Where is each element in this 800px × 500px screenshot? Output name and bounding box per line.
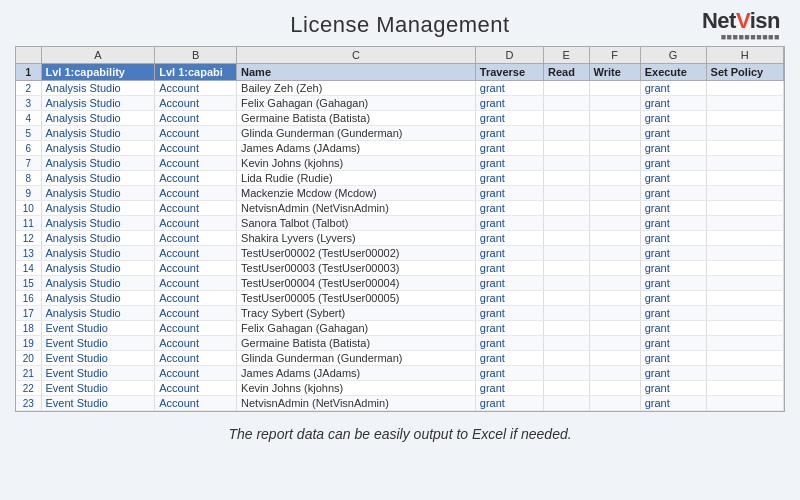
- cell-execute: grant: [640, 366, 706, 381]
- cell-write: [589, 366, 640, 381]
- cell-read: [544, 381, 589, 396]
- cell-account: Account: [155, 321, 237, 336]
- cell-capability: Analysis Studio: [41, 246, 155, 261]
- cell-capability: Event Studio: [41, 396, 155, 411]
- header-execute: Execute: [640, 64, 706, 81]
- table-row: 22Event StudioAccountKevin Johns (kjohns…: [16, 381, 784, 396]
- table-row: 21Event StudioAccountJames Adams (JAdams…: [16, 366, 784, 381]
- row-num-11: 11: [16, 216, 41, 231]
- table-row: 15Analysis StudioAccountTestUser00004 (T…: [16, 276, 784, 291]
- cell-read: [544, 321, 589, 336]
- cell-write: [589, 231, 640, 246]
- table-row: 7Analysis StudioAccountKevin Johns (kjoh…: [16, 156, 784, 171]
- cell-read: [544, 291, 589, 306]
- cell-write: [589, 336, 640, 351]
- data-table: A B C D E F G H 1 Lvl 1:capability Lvl 1…: [16, 47, 784, 411]
- cell-set-policy: [706, 96, 783, 111]
- cell-traverse: grant: [475, 111, 543, 126]
- cell-write: [589, 321, 640, 336]
- cell-name: James Adams (JAdams): [237, 366, 476, 381]
- cell-set-policy: [706, 111, 783, 126]
- col-letter-d: D: [475, 47, 543, 64]
- table-row: 16Analysis StudioAccountTestUser00005 (T…: [16, 291, 784, 306]
- cell-write: [589, 351, 640, 366]
- cell-set-policy: [706, 366, 783, 381]
- cell-write: [589, 141, 640, 156]
- logo-v-highlight: V: [736, 8, 750, 33]
- cell-execute: grant: [640, 321, 706, 336]
- cell-execute: grant: [640, 231, 706, 246]
- cell-traverse: grant: [475, 246, 543, 261]
- row-num-15: 15: [16, 276, 41, 291]
- cell-set-policy: [706, 396, 783, 411]
- cell-name: James Adams (JAdams): [237, 141, 476, 156]
- cell-account: Account: [155, 81, 237, 96]
- cell-write: [589, 81, 640, 96]
- row-num-3: 3: [16, 96, 41, 111]
- cell-traverse: grant: [475, 261, 543, 276]
- cell-set-policy: [706, 306, 783, 321]
- row-num-17: 17: [16, 306, 41, 321]
- cell-set-policy: [706, 261, 783, 276]
- page-header: License Management NetVisn ■■■■■■■■■■: [0, 0, 800, 44]
- cell-name: NetvisnAdmin (NetVisnAdmin): [237, 396, 476, 411]
- cell-set-policy: [706, 81, 783, 96]
- header-write: Write: [589, 64, 640, 81]
- cell-write: [589, 261, 640, 276]
- cell-name: Sanora Talbot (Talbot): [237, 216, 476, 231]
- cell-name: Felix Gahagan (Gahagan): [237, 96, 476, 111]
- cell-capability: Event Studio: [41, 381, 155, 396]
- cell-account: Account: [155, 111, 237, 126]
- cell-name: TestUser00004 (TestUser00004): [237, 276, 476, 291]
- data-header-row: 1 Lvl 1:capability Lvl 1:capabi Name Tra…: [16, 64, 784, 81]
- logo: NetVisn ■■■■■■■■■■: [702, 8, 780, 42]
- cell-set-policy: [706, 186, 783, 201]
- cell-name: Kevin Johns (kjohns): [237, 156, 476, 171]
- table-row: 23Event StudioAccountNetvisnAdmin (NetVi…: [16, 396, 784, 411]
- cell-capability: Analysis Studio: [41, 186, 155, 201]
- cell-account: Account: [155, 216, 237, 231]
- logo-text: NetVisn: [702, 8, 780, 33]
- cell-read: [544, 111, 589, 126]
- row-num-2: 2: [16, 81, 41, 96]
- cell-set-policy: [706, 156, 783, 171]
- cell-write: [589, 396, 640, 411]
- cell-name: Glinda Gunderman (Gunderman): [237, 126, 476, 141]
- cell-write: [589, 171, 640, 186]
- cell-traverse: grant: [475, 381, 543, 396]
- cell-account: Account: [155, 306, 237, 321]
- cell-read: [544, 366, 589, 381]
- cell-read: [544, 156, 589, 171]
- cell-account: Account: [155, 126, 237, 141]
- cell-traverse: grant: [475, 321, 543, 336]
- table-row: 5Analysis StudioAccountGlinda Gunderman …: [16, 126, 784, 141]
- table-row: 8Analysis StudioAccountLida Rudie (Rudie…: [16, 171, 784, 186]
- cell-traverse: grant: [475, 81, 543, 96]
- cell-traverse: grant: [475, 126, 543, 141]
- cell-capability: Event Studio: [41, 336, 155, 351]
- cell-set-policy: [706, 201, 783, 216]
- cell-execute: grant: [640, 216, 706, 231]
- cell-write: [589, 291, 640, 306]
- row-num-12: 12: [16, 231, 41, 246]
- cell-execute: grant: [640, 351, 706, 366]
- cell-capability: Analysis Studio: [41, 306, 155, 321]
- col-letter-a: A: [41, 47, 155, 64]
- table-row: 17Analysis StudioAccountTracy Sybert (Sy…: [16, 306, 784, 321]
- cell-set-policy: [706, 321, 783, 336]
- cell-read: [544, 336, 589, 351]
- cell-name: Germaine Batista (Batista): [237, 111, 476, 126]
- col-letter-g: G: [640, 47, 706, 64]
- cell-name: Glinda Gunderman (Gunderman): [237, 351, 476, 366]
- row-num-16: 16: [16, 291, 41, 306]
- table-row: 3Analysis StudioAccountFelix Gahagan (Ga…: [16, 96, 784, 111]
- cell-account: Account: [155, 351, 237, 366]
- cell-write: [589, 111, 640, 126]
- cell-write: [589, 306, 640, 321]
- table-row: 13Analysis StudioAccountTestUser00002 (T…: [16, 246, 784, 261]
- cell-account: Account: [155, 246, 237, 261]
- row-num-19: 19: [16, 336, 41, 351]
- cell-name: Lida Rudie (Rudie): [237, 171, 476, 186]
- row-num-20: 20: [16, 351, 41, 366]
- cell-capability: Analysis Studio: [41, 216, 155, 231]
